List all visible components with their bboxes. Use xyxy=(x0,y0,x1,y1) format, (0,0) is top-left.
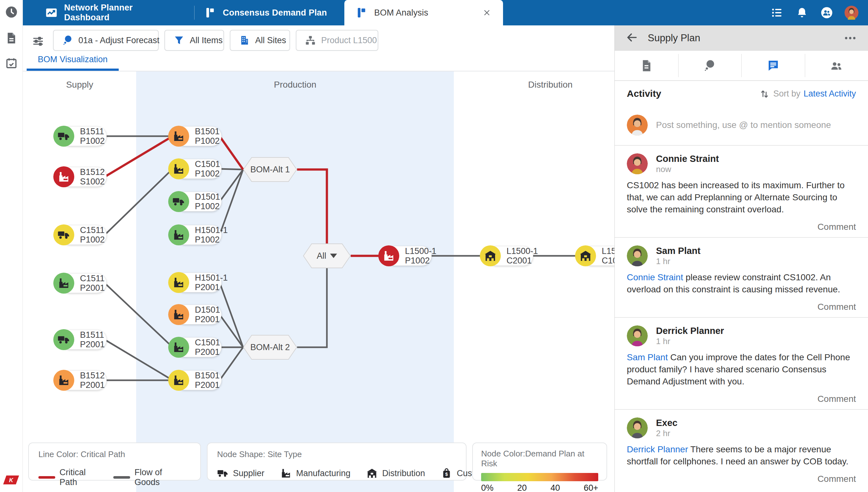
sort-value-link[interactable]: Latest Activity xyxy=(803,89,856,99)
node-warehouse-icon xyxy=(575,245,596,266)
node-H1501-1-P2001[interactable]: H1501-1P2001 xyxy=(168,272,222,293)
panel-tab-scenarios[interactable] xyxy=(678,51,742,80)
panel-tab-details[interactable] xyxy=(615,51,678,80)
legend-item-flow-of-goods: Flow of Goods xyxy=(113,468,180,487)
edge-flow-of-goods xyxy=(220,169,243,170)
mention-link[interactable]: Sam Plant xyxy=(627,352,668,362)
node-factory-icon xyxy=(53,273,74,294)
left-rail: K xyxy=(0,0,23,492)
node-B1512-S1002[interactable]: B1512S1002 xyxy=(53,166,107,187)
toolbar: 01a - Adjust ForecastAll ItemsAll SitesP… xyxy=(23,25,614,71)
node-L1500-1-P1002[interactable]: L1500-1P1002 xyxy=(378,245,432,266)
filter-01a-adjust-forecast[interactable]: 01a - Adjust Forecast xyxy=(53,30,159,51)
commenter-name: Derrick Planner xyxy=(656,325,724,336)
comment-action-link[interactable]: Comment xyxy=(627,394,856,404)
view-list-icon[interactable] xyxy=(770,6,784,20)
more-options-icon[interactable] xyxy=(843,31,857,45)
node-C1511-P1002[interactable]: C1511P1002 xyxy=(53,224,107,245)
comment-item: Exec2 hrDerrick Planner There seems to b… xyxy=(615,410,868,489)
node-factory-icon xyxy=(168,272,189,293)
comment-item: Derrick Planner1 hrSam Plant Can you imp… xyxy=(615,318,868,410)
filter-product-l1500[interactable]: Product L1500 xyxy=(296,30,378,51)
tab-network-planner-dashboard[interactable]: Network Planner Dashboard xyxy=(42,0,178,25)
node-label: D1501P1002 xyxy=(195,192,220,211)
node-B1512-P2001[interactable]: B1512P2001 xyxy=(53,370,107,391)
legend-item-manufacturing: Manufacturing xyxy=(280,468,350,479)
filter-all-sites[interactable]: All Sites xyxy=(230,30,290,51)
comment-head: Sam Plant1 hr xyxy=(627,245,856,266)
node-H1501-1-P1002[interactable]: H1501-1P1002 xyxy=(168,224,222,245)
comment-action-link[interactable]: Comment xyxy=(627,302,856,312)
tab-consensus-demand-plan[interactable]: Consensus Demand Plan xyxy=(201,0,334,25)
node-C1511-P2001[interactable]: C1511P2001 xyxy=(53,273,107,294)
node-factory-icon xyxy=(168,370,189,391)
comment-text: CS1002 has been increased to its maximum… xyxy=(627,179,856,216)
node-C1501-P2001[interactable]: C1501P2001 xyxy=(168,337,222,358)
mention-link[interactable]: Derrick Planner xyxy=(627,444,688,454)
tab-bom-analysis[interactable]: BOM Analysis xyxy=(344,0,503,25)
calendar-tasks-icon[interactable] xyxy=(4,56,19,70)
book-icon xyxy=(204,6,216,19)
commenter-avatar xyxy=(627,417,648,438)
panel-icon-tabs xyxy=(615,51,868,81)
node-C1501-P1002[interactable]: C1501P1002 xyxy=(168,158,222,179)
people-icon[interactable] xyxy=(820,6,834,20)
mention-link[interactable]: Connie Straint xyxy=(627,272,683,282)
hex-bom-alt-2[interactable]: BOM-Alt 2 xyxy=(243,335,297,360)
node-label: B1512S1002 xyxy=(80,167,105,186)
node-L1500-1-C2001[interactable]: L1500-1C2001 xyxy=(480,245,533,266)
node-factory-icon xyxy=(168,304,189,325)
panel-tab-people[interactable] xyxy=(805,51,868,80)
node-B1511-P2001[interactable]: B1511P2001 xyxy=(53,329,107,350)
notifications-bell-icon[interactable] xyxy=(795,6,809,20)
edge-critical-path xyxy=(220,136,243,170)
legend-item-supplier: Supplier xyxy=(217,468,264,479)
comment-text: Derrick Planner There seems to be a majo… xyxy=(627,443,856,468)
svg-text:$: $ xyxy=(445,471,448,477)
filter-all-items[interactable]: All Items xyxy=(164,30,224,51)
node-D1501-P1002[interactable]: D1501P1002 xyxy=(168,191,222,212)
node-D1501-P2001[interactable]: D1501P2001 xyxy=(168,304,222,325)
node-label: L1500-1C2001 xyxy=(507,246,538,265)
legend-item-critical-path: Critical Path xyxy=(39,468,97,487)
comment-head: Connie Straintnow xyxy=(627,153,856,174)
panel-tab-comments[interactable] xyxy=(741,51,805,80)
svg-text:K: K xyxy=(9,477,14,484)
comment-meta: Connie Straintnow xyxy=(656,153,719,174)
user-avatar[interactable] xyxy=(844,6,859,20)
filter-settings-icon[interactable] xyxy=(31,34,45,48)
hex-label: BOM-Alt 1 xyxy=(250,165,290,175)
node-label: L1500-1P1002 xyxy=(405,246,436,265)
post-composer[interactable]: Post something, use @ to mention someone xyxy=(615,106,868,146)
column-header-distribution: Distribution xyxy=(528,80,572,90)
edge-flow-of-goods xyxy=(220,282,243,347)
comment-action-link[interactable]: Comment xyxy=(627,222,856,232)
recent-history-icon[interactable] xyxy=(4,5,19,19)
money-icon: $ xyxy=(441,468,452,479)
bom-edges xyxy=(23,71,614,492)
node-factory-icon xyxy=(168,126,189,147)
hex-bom-alt-1[interactable]: BOM-Alt 1 xyxy=(243,157,297,182)
node-truck-icon xyxy=(53,329,74,350)
node-L1500-1-C1001[interactable]: L1500-1C1001 xyxy=(575,245,614,266)
edge-flow-of-goods xyxy=(105,340,173,380)
node-B1511-P1002[interactable]: B1511P1002 xyxy=(53,126,107,147)
comment-timestamp: 2 hr xyxy=(656,428,678,438)
chart-icon xyxy=(45,6,58,19)
tab-bom-visualization[interactable]: BOM Visualization xyxy=(27,55,119,65)
node-B1501-P1002[interactable]: B1501P1002 xyxy=(168,126,222,147)
comment-action-link[interactable]: Comment xyxy=(627,474,856,484)
comment-timestamp: 1 hr xyxy=(656,256,700,266)
comment-head: Derrick Planner1 hr xyxy=(627,325,856,346)
back-icon[interactable] xyxy=(626,31,638,45)
top-tab-bar: Network Planner DashboardConsensus Deman… xyxy=(23,0,868,25)
close-icon[interactable] xyxy=(481,7,492,18)
documents-icon[interactable] xyxy=(4,31,19,45)
comment-timestamp: now xyxy=(656,164,719,174)
node-B1501-P2001[interactable]: B1501P2001 xyxy=(168,370,222,391)
sort-arrows-icon[interactable] xyxy=(759,88,770,99)
hex-all[interactable]: All xyxy=(303,243,351,268)
legend-line-color-title: Line Color: Critical Path xyxy=(39,449,191,459)
edge-flow-of-goods xyxy=(220,347,243,380)
legend-node-shape: Node Shape: Site Type SupplierManufactur… xyxy=(207,442,466,481)
